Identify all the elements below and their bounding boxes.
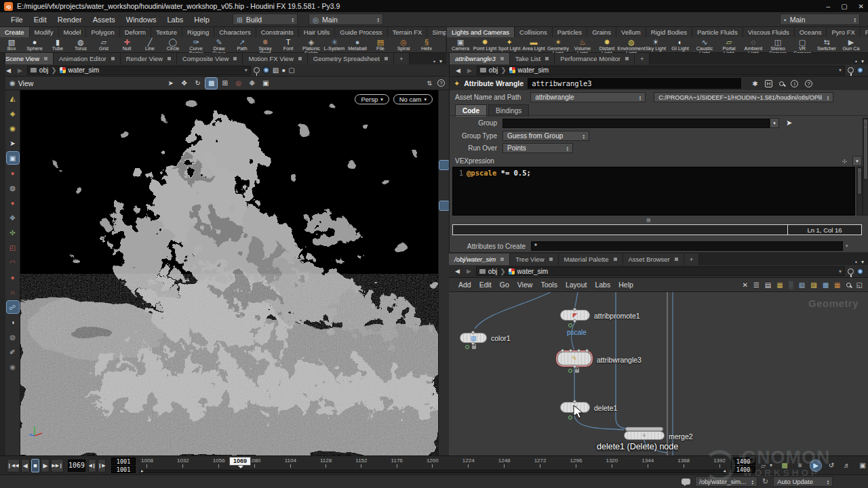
shelf-tab[interactable]: Particle Fluids	[692, 27, 743, 37]
group-select-arrow-icon[interactable]: ➤	[786, 119, 792, 127]
snap-box-icon[interactable]: ▧	[273, 66, 279, 74]
network-toolbar-icon[interactable]: ▦	[776, 281, 783, 289]
viewport-tool-icon[interactable]: ▣	[260, 78, 271, 89]
play-button[interactable]: ▶	[41, 459, 50, 472]
viewport-side-tool-icon[interactable]: ◈	[7, 107, 19, 119]
shelf-tool[interactable]: ➚ Path	[231, 38, 254, 51]
editor-resize-grip[interactable]: ▦	[646, 218, 652, 223]
viewport-tool-icon[interactable]: ◎	[233, 78, 244, 89]
display-option-icon[interactable]	[439, 256, 449, 264]
shelf-tab[interactable]: Texture	[151, 27, 182, 37]
display-option-icon[interactable]	[439, 93, 449, 102]
viewport-side-tool-icon[interactable]: ◠	[7, 256, 19, 268]
range-options-icon[interactable]: ▱	[761, 462, 766, 469]
pane-tab-attribwrangle3[interactable]: attribwrangle3	[450, 53, 510, 64]
shelf-tool[interactable]: ◎ Spiral	[392, 38, 415, 51]
pane-maximize-icon[interactable]: ▪	[433, 58, 435, 64]
node-label[interactable]: color1	[491, 334, 511, 342]
gear-icon[interactable]: ✱	[752, 80, 757, 87]
shelf-tool[interactable]: T Font	[277, 38, 300, 51]
playbar-option-icon[interactable]: ↺	[826, 460, 837, 471]
shelf-tool[interactable]: ▣ Camera	[448, 38, 473, 51]
shelf-tab[interactable]: Constraints	[256, 27, 299, 37]
network-menu-item[interactable]: View	[513, 279, 537, 291]
shelf-tab[interactable]: Grains	[587, 27, 616, 37]
network-menu-item[interactable]: Labs	[591, 279, 614, 291]
shelf-tab[interactable]: Polygon	[86, 27, 119, 37]
search-icon[interactable]	[779, 81, 784, 86]
spinner-icon[interactable]: ▴▾	[854, 17, 856, 22]
group-type-dropdown[interactable]: Guess from Group ▴▾	[502, 131, 589, 141]
group-input[interactable]	[502, 119, 770, 128]
pane-tab-performance-monitor[interactable]: Performance Monitor	[555, 53, 635, 64]
shelf-tab[interactable]: Viscous Fluids	[743, 27, 795, 37]
forward-icon[interactable]: ▶	[465, 67, 474, 74]
play-backward-button[interactable]: ◀	[21, 459, 30, 472]
breadcrumb-dropdown-icon[interactable]: ▾	[839, 67, 842, 73]
shelf-tab[interactable]: Particles	[553, 27, 587, 37]
shelf-tab[interactable]: Lights and Cameras	[447, 27, 515, 37]
network-toolbar-icon[interactable]: ▨	[810, 281, 816, 289]
vex-code-editor[interactable]: 1 @pscale *= 0.5;	[452, 167, 855, 216]
camera-select-pill[interactable]: No cam ▾	[393, 94, 433, 104]
display-flag-icon[interactable]	[465, 345, 469, 349]
display-option-icon[interactable]	[439, 174, 449, 183]
forward-icon[interactable]: ▶	[465, 268, 473, 274]
pane-tab[interactable]: +	[394, 53, 410, 64]
network-menu-item[interactable]: Edit	[475, 279, 496, 291]
pin-icon[interactable]	[254, 67, 260, 73]
editor-scrollbar[interactable]: ∷	[856, 167, 863, 216]
forward-icon[interactable]: ▶	[16, 67, 24, 74]
asset-name-dropdown[interactable]: attribwrangle ▴▾	[530, 92, 646, 102]
shelf-tab[interactable]: Deform	[120, 27, 151, 37]
back-icon[interactable]: ◀	[454, 67, 462, 74]
pane-tab-take-list[interactable]: Take List	[510, 53, 555, 64]
display-option-icon[interactable]	[439, 161, 449, 169]
tab-material-palette[interactable]: Material Palette	[559, 253, 623, 265]
vex-menu-icon[interactable]: ▾	[852, 156, 862, 166]
attrs-dropdown-icon[interactable]: ▾	[846, 243, 848, 249]
network-menu-item[interactable]: Go	[496, 279, 513, 291]
shelf-tab[interactable]: Guide Process	[335, 27, 387, 37]
playbar-option-icon[interactable]: ♬	[842, 460, 852, 471]
breadcrumb[interactable]: obj ❯ water_sim ▾	[27, 66, 251, 75]
pane-tab[interactable]: Scene View	[0, 53, 54, 64]
display-flag-icon[interactable]	[568, 369, 572, 373]
vex-expand-icon[interactable]: ⊹	[842, 158, 847, 165]
radial-menu-icon[interactable]	[856, 66, 864, 74]
viewport-side-tool-icon[interactable]: ✥	[7, 211, 19, 224]
display-option-icon[interactable]	[439, 120, 449, 129]
node-label[interactable]: merge2	[669, 432, 693, 441]
global-range-end-field[interactable]: 1400	[731, 458, 755, 465]
viewport-side-tool-icon[interactable]: ●	[7, 271, 19, 283]
pane-menu-icon[interactable]: ▾	[439, 58, 442, 64]
viewport-side-tool-icon[interactable]: ◉	[7, 122, 19, 134]
lock-flag-icon[interactable]	[575, 369, 579, 373]
shelf-tool[interactable]: ✳ L-System	[323, 38, 346, 51]
viewport-side-tool-icon[interactable]: ◰	[7, 241, 19, 253]
viewport-side-tool-icon[interactable]: ✣	[7, 226, 19, 239]
scene-selector-main[interactable]: ◎ Main ▴▾	[309, 14, 383, 25]
display-option-icon[interactable]	[439, 269, 449, 278]
stop-button[interactable]: ■	[31, 459, 40, 472]
shelf-tab[interactable]: Pyro FX	[827, 27, 860, 37]
shelf-tab[interactable]: Collisions	[515, 27, 553, 37]
pin-icon[interactable]	[848, 268, 854, 274]
display-option-icon[interactable]	[439, 201, 449, 210]
tab-asset-browser[interactable]: Asset Browser	[623, 253, 684, 265]
pane-splitter-left[interactable]	[0, 53, 5, 474]
maximize-button[interactable]: ▢	[841, 3, 847, 10]
shelf-tab[interactable]: Create	[0, 27, 30, 37]
display-flag-icon[interactable]	[568, 323, 572, 327]
menu-item[interactable]: Edit	[28, 14, 52, 26]
node-color1[interactable]: ▨	[460, 333, 487, 343]
network-toolbar-icon[interactable]: ✕	[742, 281, 747, 289]
pane-tab[interactable]: Composite View	[177, 53, 243, 64]
sort-icon[interactable]: ⇅	[427, 80, 432, 87]
shelf-tab[interactable]: Vellum	[616, 27, 646, 37]
range-end-handle[interactable]: ◂	[724, 468, 726, 474]
shelf-tool[interactable]: ▬ Area Light	[521, 38, 546, 51]
playbar-option-icon[interactable]: ▶	[810, 460, 821, 471]
tab-network-editor[interactable]: /obj/water_sim	[449, 253, 510, 265]
shelf-tool[interactable]: ✚ Null	[115, 38, 138, 51]
